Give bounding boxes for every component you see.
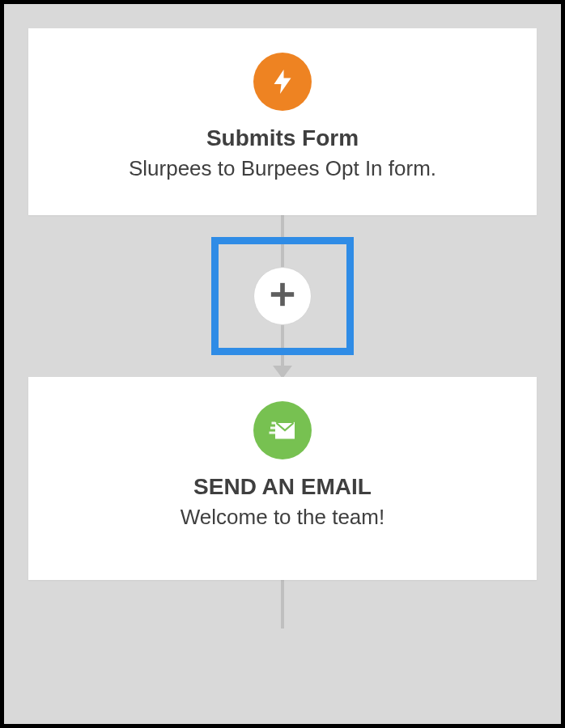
tail-connector-line	[281, 580, 284, 629]
trigger-step-title: Submits Form	[45, 125, 520, 151]
trigger-step-card[interactable]: Submits Form Slurpees to Burpees Opt In …	[28, 28, 537, 215]
action-step-card[interactable]: SEND AN EMAIL Welcome to the team!	[28, 377, 537, 580]
trigger-step-subtitle: Slurpees to Burpees Opt In form.	[45, 154, 520, 183]
automation-canvas-frame: Submits Form Slurpees to Burpees Opt In …	[0, 0, 565, 728]
lightning-icon	[253, 53, 312, 111]
connector-area	[28, 215, 537, 377]
add-step-button[interactable]	[253, 267, 312, 325]
automation-canvas: Submits Form Slurpees to Burpees Opt In …	[28, 28, 537, 700]
svg-rect-1	[271, 292, 294, 297]
plus-icon	[269, 281, 296, 311]
action-step-title: SEND AN EMAIL	[45, 474, 520, 500]
send-email-icon	[253, 401, 312, 459]
action-step-subtitle: Welcome to the team!	[45, 503, 520, 531]
